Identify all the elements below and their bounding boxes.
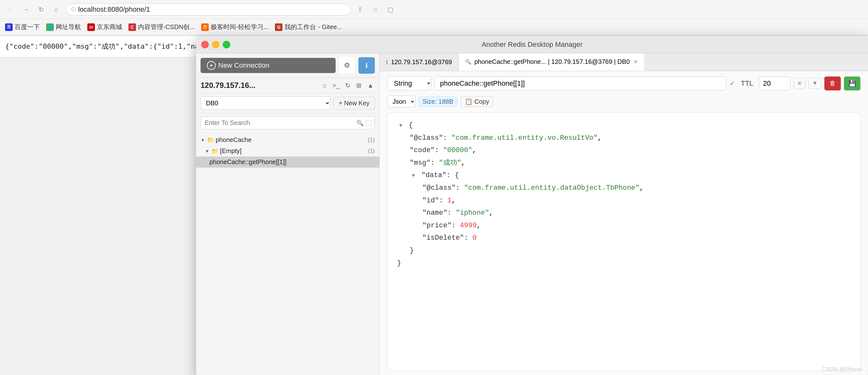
rdm-titlebar: Another Redis Desktop Manager — [196, 36, 868, 54]
save-icon: 💾 — [848, 80, 856, 87]
refresh-conn-icon[interactable]: ↻ — [344, 81, 352, 90]
json-line-data: ▼ "data": { — [397, 169, 850, 182]
collapse-root-button[interactable]: ▼ — [397, 123, 405, 128]
check-icon: ✓ — [730, 80, 735, 88]
json-viewer: ▼ { "@class": "com.frame.util.entity.vo.… — [387, 113, 860, 371]
new-key-button[interactable]: + New Key — [333, 97, 375, 110]
browser-chrome: ← → ↻ ⌂ ⓘ localhost:8080/phone/1 ⇧ ☆ ▢ 百… — [0, 0, 868, 36]
lock-icon: ⓘ — [71, 7, 75, 12]
collapse-data-button[interactable]: ▼ — [410, 173, 417, 178]
chevron-down-icon: ▼ — [200, 137, 205, 143]
rdm-window: Another Redis Desktop Manager + New Conn… — [196, 36, 868, 375]
key-name-input[interactable] — [435, 76, 726, 90]
terminal-conn-icon[interactable]: >_ — [331, 81, 341, 90]
db-key-row: DB0 + New Key — [196, 93, 379, 113]
bookmark-csdn[interactable]: C 内容管理-CSDN创... — [128, 23, 195, 31]
ttl-clear-button[interactable]: ✕ — [794, 78, 805, 89]
bookmarks-bar: 百 百度一下 🌐 网址导航 JD 京东商城 C 内容管理-CSDN创... ⏱ … — [0, 19, 868, 35]
json-line-id: "id": 1, — [397, 194, 850, 207]
copy-icon: 📋 — [465, 98, 473, 105]
share-button[interactable]: ⇧ — [354, 4, 366, 15]
chevron-down-icon-2: ▼ — [205, 149, 209, 154]
info-button[interactable]: ℹ — [359, 57, 375, 74]
new-connection-button[interactable]: + New Connection — [200, 58, 336, 73]
tree-item-phone-key-name: phoneCache::getPhone[[1]] — [209, 158, 375, 166]
home-conn-icon[interactable]: ⌂ — [321, 81, 328, 90]
tree-item-empty[interactable]: ▼ 📁 [Empty] (1) — [196, 146, 379, 157]
tab-key[interactable]: 🔍 phoneCache::getPhone... | 120.79.157.1… — [459, 54, 645, 71]
tab-server[interactable]: ℹ 120.79.157.16@3769 — [380, 54, 459, 71]
minimize-window-button[interactable] — [212, 41, 220, 49]
json-line-data-class: "@class": "com.frame.util.entity.dataObj… — [397, 182, 850, 194]
chevron-up-icon[interactable]: ▲ — [366, 81, 375, 90]
copy-label: Copy — [474, 98, 489, 105]
search-checkbox[interactable] — [366, 120, 372, 126]
back-button[interactable]: ← — [5, 4, 17, 15]
address-bar[interactable]: ⓘ localhost:8080/phone/1 — [66, 3, 350, 15]
search-input[interactable] — [200, 116, 375, 129]
geek-icon: ⏱ — [201, 23, 209, 31]
reload-button[interactable]: ↻ — [35, 4, 47, 15]
maximize-window-button[interactable] — [223, 41, 230, 49]
delete-key-button[interactable]: 🗑 — [824, 76, 841, 90]
bookmark-button[interactable]: ☆ — [369, 4, 381, 15]
window-controls — [201, 41, 230, 49]
json-line-price: "price": 4999, — [397, 219, 850, 232]
rdm-body: + New Connection ⚙ ℹ 120.79.157.16... ⌂ — [196, 54, 868, 375]
bookmark-gitee[interactable]: G 我的工作台 - Gitee... — [275, 23, 342, 31]
json-line-root-close: } — [397, 257, 850, 270]
size-badge: Size: 188B — [418, 96, 457, 107]
forward-button[interactable]: → — [20, 4, 32, 15]
save-key-button[interactable]: 💾 — [844, 76, 860, 90]
browser-toolbar: ← → ↻ ⌂ ⓘ localhost:8080/phone/1 ⇧ ☆ ▢ — [0, 0, 868, 19]
tab-key-label: phoneCache::getPhone... | 120.79.157.16@… — [474, 58, 630, 65]
db-select[interactable]: DB0 — [200, 96, 330, 110]
bookmark-jd-label: 京东商城 — [97, 23, 122, 31]
tab-close-button[interactable]: ✕ — [633, 58, 638, 65]
grid-conn-icon[interactable]: ⊞ — [355, 81, 363, 90]
connection-header: 120.79.157.16... ⌂ >_ ↻ ⊞ ▲ — [196, 78, 379, 93]
tab-server-label: 120.79.157.16@3769 — [391, 59, 452, 66]
ttl-label: TTL — [738, 80, 756, 88]
bookmark-geek[interactable]: ⏱ 极客时间-轻松学习... — [201, 23, 269, 31]
value-toolbar: Json Size: 188B 📋 Copy — [387, 95, 860, 107]
page-content: {"code":"00000","msg":"成功","data":{"id":… — [0, 36, 868, 57]
ttl-input[interactable] — [759, 76, 790, 90]
address-text: localhost:8080/phone/1 — [78, 5, 345, 13]
close-window-button[interactable] — [201, 41, 209, 49]
bookmark-wangzhi-label: 网址导航 — [56, 23, 81, 31]
key-editor: String ✓ TTL ✕ ▼ 🗑 💾 — [380, 71, 868, 375]
bookmark-gitee-label: 我的工作台 - Gitee... — [284, 23, 342, 31]
wangzhi-icon: 🌐 — [46, 23, 54, 31]
ttl-arrow-button[interactable]: ▼ — [809, 78, 821, 89]
bookmark-jd[interactable]: JD 京东商城 — [87, 23, 122, 31]
json-line-isdelete: "isDelete": 0 — [397, 232, 850, 244]
rdm-main: ℹ 120.79.157.16@3769 🔍 phoneCache::getPh… — [380, 54, 868, 375]
baidu-icon: 百 — [5, 23, 13, 31]
window-button[interactable]: ▢ — [385, 4, 396, 15]
new-key-label: + New Key — [339, 100, 369, 107]
bookmark-baidu-label: 百度一下 — [14, 23, 40, 31]
search-icon: 🔍 — [356, 120, 364, 126]
rdm-sidebar: + New Connection ⚙ ℹ 120.79.157.16... ⌂ — [196, 54, 380, 375]
tab-server-info-icon: ℹ — [386, 59, 388, 65]
rdm-title: Another Redis Desktop Manager — [482, 40, 582, 49]
tree-item-phone-key[interactable]: phoneCache::getPhone[[1]] — [196, 157, 379, 167]
gitee-icon: G — [275, 23, 282, 31]
copy-button[interactable]: 📋 Copy — [461, 96, 493, 107]
bookmark-wangzhi[interactable]: 🌐 网址导航 — [46, 23, 81, 31]
folder-icon-2: 📁 — [211, 148, 218, 155]
bookmark-baidu[interactable]: 百 百度一下 — [5, 23, 40, 31]
csdn-icon: C — [128, 23, 136, 31]
watermark: CSDN @Phone — [822, 366, 862, 373]
rotate-icon: ⚙ — [344, 61, 350, 69]
jd-icon: JD — [87, 23, 95, 31]
type-select[interactable]: String — [387, 76, 431, 90]
rotate-button[interactable]: ⚙ — [339, 57, 355, 74]
bookmark-geek-label: 极客时间-轻松学习... — [211, 23, 269, 31]
home-button[interactable]: ⌂ — [51, 4, 62, 15]
format-select[interactable]: Json — [387, 95, 415, 107]
tree-item-phonecache[interactable]: ▼ 📁 phoneCache (1) — [196, 134, 379, 146]
tree-item-empty-count: (1) — [368, 148, 375, 154]
connection-icons: ⌂ >_ ↻ ⊞ ▲ — [321, 81, 375, 90]
